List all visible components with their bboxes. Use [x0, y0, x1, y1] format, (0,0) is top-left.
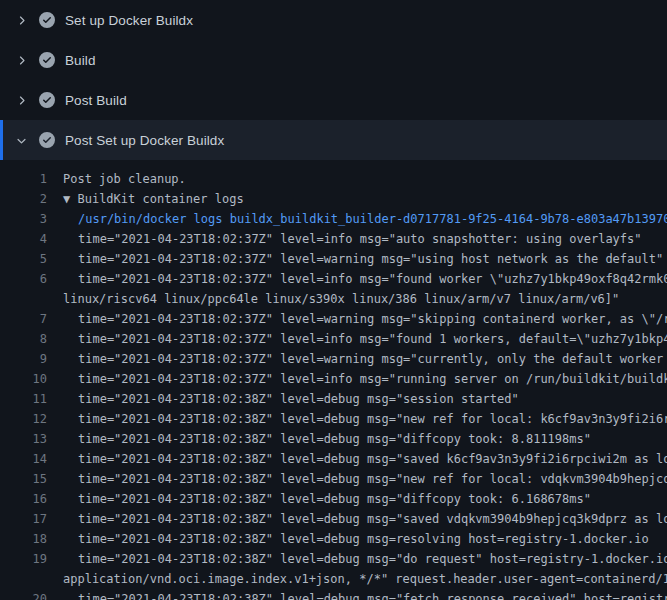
log-line-text: time="2021-04-23T18:02:38Z" level=debug … [78, 589, 667, 600]
log-lines: 1Post job cleanup.2▼ BuildKit container … [0, 160, 667, 600]
log-line-number [0, 289, 47, 309]
steps-list: Set up Docker Buildx Build Post Build [0, 0, 667, 160]
log-line-text: time="2021-04-23T18:02:38Z" level=debug … [78, 529, 649, 549]
log-row: 12time="2021-04-23T18:02:38Z" level=debu… [0, 409, 667, 429]
log-line-number[interactable]: 17 [0, 509, 47, 529]
log-row: 20time="2021-04-23T18:02:38Z" level=debu… [0, 589, 667, 600]
check-circle-icon [39, 92, 55, 108]
log-group-title: BuildKit container logs [77, 192, 243, 206]
log-line-number[interactable]: 15 [0, 469, 47, 489]
log-line-text: time="2021-04-23T18:02:38Z" level=debug … [78, 509, 667, 529]
log-row: 6time="2021-04-23T18:02:37Z" level=info … [0, 269, 667, 289]
step-row-build[interactable]: Build [0, 40, 667, 80]
step-title: Build [65, 53, 96, 68]
log-line-number[interactable]: 6 [0, 269, 47, 289]
log-line-text: time="2021-04-23T18:02:37Z" level=info m… [78, 369, 667, 389]
step-title: Set up Docker Buildx [65, 13, 193, 28]
log-line-text: time="2021-04-23T18:02:38Z" level=debug … [78, 409, 667, 429]
log-line-number[interactable]: 2 [0, 189, 47, 209]
check-circle-icon [39, 52, 55, 68]
log-line-text: time="2021-04-23T18:02:37Z" level=warnin… [78, 309, 667, 329]
log-line-text: time="2021-04-23T18:02:37Z" level=warnin… [78, 249, 663, 269]
log-line-number[interactable]: 19 [0, 549, 47, 569]
step-row-post-set-up-docker-buildx[interactable]: Post Set up Docker Buildx [0, 120, 667, 160]
log-line-number[interactable]: 12 [0, 409, 47, 429]
collapse-triangle-icon[interactable]: ▼ [63, 192, 77, 206]
chevron-right-icon [13, 92, 29, 108]
log-line-number[interactable]: 1 [0, 169, 47, 189]
log-line-number[interactable]: 18 [0, 529, 47, 549]
log-row: 17time="2021-04-23T18:02:38Z" level=debu… [0, 509, 667, 529]
log-row: 11time="2021-04-23T18:02:38Z" level=debu… [0, 389, 667, 409]
log-row: 19time="2021-04-23T18:02:38Z" level=debu… [0, 549, 667, 569]
step-title: Post Build [65, 93, 127, 108]
log-line-number[interactable]: 9 [0, 349, 47, 369]
log-row: 13time="2021-04-23T18:02:38Z" level=debu… [0, 429, 667, 449]
log-row: 3/usr/bin/docker logs buildx_buildkit_bu… [0, 209, 667, 229]
log-line-number[interactable]: 7 [0, 309, 47, 329]
log-line-text: time="2021-04-23T18:02:38Z" level=debug … [78, 489, 591, 509]
log-row: 8time="2021-04-23T18:02:37Z" level=info … [0, 329, 667, 349]
log-line-text: time="2021-04-23T18:02:37Z" level=info m… [78, 229, 642, 249]
log-line-text: time="2021-04-23T18:02:38Z" level=debug … [78, 429, 591, 449]
log-line-number[interactable]: 14 [0, 449, 47, 469]
log-line-number[interactable]: 10 [0, 369, 47, 389]
check-circle-icon [39, 12, 55, 28]
log-row: 15time="2021-04-23T18:02:38Z" level=debu… [0, 469, 667, 489]
log-line-number [0, 569, 47, 589]
log-line-number[interactable]: 4 [0, 229, 47, 249]
step-row-set-up-docker-buildx[interactable]: Set up Docker Buildx [0, 0, 667, 40]
actions-log-viewer: Set up Docker Buildx Build Post Build [0, 0, 667, 600]
log-row: application/vnd.oci.image.index.v1+json,… [0, 569, 667, 589]
step-row-post-build[interactable]: Post Build [0, 80, 667, 120]
log-line-number[interactable]: 20 [0, 589, 47, 600]
log-line-text: application/vnd.oci.image.index.v1+json,… [63, 569, 667, 589]
chevron-down-icon [13, 132, 29, 148]
log-row: 2▼ BuildKit container logs [0, 189, 667, 209]
log-row: 16time="2021-04-23T18:02:38Z" level=debu… [0, 489, 667, 509]
log-line-text: time="2021-04-23T18:02:38Z" level=debug … [78, 389, 519, 409]
log-group-line: ▼ BuildKit container logs [63, 189, 244, 209]
log-line-number[interactable]: 11 [0, 389, 47, 409]
log-row: 10time="2021-04-23T18:02:37Z" level=info… [0, 369, 667, 389]
log-row: 4time="2021-04-23T18:02:37Z" level=info … [0, 229, 667, 249]
log-row: 9time="2021-04-23T18:02:37Z" level=warni… [0, 349, 667, 369]
log-line-number[interactable]: 13 [0, 429, 47, 449]
log-row: 18time="2021-04-23T18:02:38Z" level=debu… [0, 529, 667, 549]
check-circle-icon [39, 132, 55, 148]
log-row: 5time="2021-04-23T18:02:37Z" level=warni… [0, 249, 667, 269]
log-line-number[interactable]: 3 [0, 209, 47, 229]
log-row: 14time="2021-04-23T18:02:38Z" level=debu… [0, 449, 667, 469]
log-line-text: time="2021-04-23T18:02:37Z" level=warnin… [78, 349, 667, 369]
log-line-text: linux/riscv64 linux/ppc64le linux/s390x … [63, 289, 619, 309]
log-line-text: time="2021-04-23T18:02:38Z" level=debug … [78, 449, 667, 469]
chevron-right-icon [13, 12, 29, 28]
log-line-text: time="2021-04-23T18:02:37Z" level=info m… [78, 269, 667, 289]
log-line-number[interactable]: 16 [0, 489, 47, 509]
log-line-number[interactable]: 5 [0, 249, 47, 269]
log-line-text: time="2021-04-23T18:02:38Z" level=debug … [78, 469, 667, 489]
log-line-number[interactable]: 8 [0, 329, 47, 349]
log-command-text: /usr/bin/docker logs buildx_buildkit_bui… [78, 209, 667, 229]
step-title: Post Set up Docker Buildx [65, 133, 224, 148]
log-row: 1Post job cleanup. [0, 169, 667, 189]
log-row: 7time="2021-04-23T18:02:37Z" level=warni… [0, 309, 667, 329]
chevron-right-icon [13, 52, 29, 68]
log-row: linux/riscv64 linux/ppc64le linux/s390x … [0, 289, 667, 309]
log-line-text: Post job cleanup. [63, 169, 186, 189]
log-line-text: time="2021-04-23T18:02:38Z" level=debug … [78, 549, 667, 569]
log-line-text: time="2021-04-23T18:02:37Z" level=info m… [78, 329, 667, 349]
